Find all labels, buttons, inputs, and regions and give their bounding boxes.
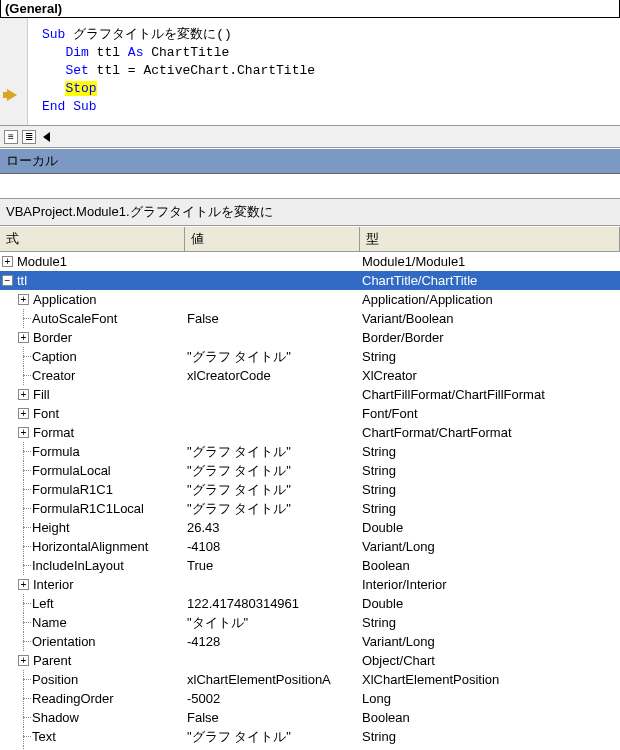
locals-panel-title-text: ローカル: [6, 153, 58, 168]
property-type: String: [360, 480, 620, 499]
property-type: Double: [360, 594, 620, 613]
expand-icon[interactable]: +: [18, 294, 29, 305]
tree-branch-icon: [16, 518, 32, 537]
property-type: ChartFillFormat/ChartFillFormat: [360, 385, 620, 404]
table-row[interactable]: Orientation-4128Variant/Long: [0, 632, 620, 651]
tree-indent: [0, 689, 16, 708]
tree-cell: HorizontalAlignment: [0, 537, 185, 556]
table-row[interactable]: CreatorxlCreatorCodeXlCreator: [0, 366, 620, 385]
tree-cell: Orientation: [0, 632, 185, 651]
property-value: "グラフ タイトル": [185, 480, 360, 499]
table-row[interactable]: +Module1Module1/Module1: [0, 252, 620, 271]
table-row[interactable]: −ttlChartTitle/ChartTitle: [0, 271, 620, 290]
tree-indent: [0, 746, 16, 750]
property-name: Orientation: [32, 632, 96, 651]
tree-cell: ReadingOrder: [0, 689, 185, 708]
table-row[interactable]: +InteriorInterior/Interior: [0, 575, 620, 594]
table-row[interactable]: Text"グラフ タイトル"String: [0, 727, 620, 746]
property-name: HorizontalAlignment: [32, 537, 148, 556]
table-row[interactable]: Name"タイトル"String: [0, 613, 620, 632]
property-value: "グラフ タイトル": [185, 442, 360, 461]
property-name: Top: [32, 746, 53, 750]
table-row[interactable]: AutoScaleFontFalseVariant/Boolean: [0, 309, 620, 328]
table-row[interactable]: +FormatChartFormat/ChartFormat: [0, 423, 620, 442]
full-module-view-button[interactable]: ≣: [22, 130, 36, 144]
expand-icon[interactable]: +: [18, 427, 29, 438]
context-bar[interactable]: VBAProject.Module1.グラフタイトルを変数に: [0, 198, 620, 226]
table-row[interactable]: FormulaLocal"グラフ タイトル"String: [0, 461, 620, 480]
table-row[interactable]: PositionxlChartElementPositionAXlChartEl…: [0, 670, 620, 689]
property-type: Border/Border: [360, 328, 620, 347]
tree-cell: −ttl: [0, 271, 185, 290]
tree-indent: [0, 727, 16, 746]
table-row[interactable]: +ApplicationApplication/Application: [0, 290, 620, 309]
code-gutter: [0, 18, 28, 125]
property-type: ChartTitle/ChartTitle: [360, 271, 620, 290]
property-name: IncludeInLayout: [32, 556, 124, 575]
table-row[interactable]: Left122.417480314961Double: [0, 594, 620, 613]
table-row[interactable]: +ParentObject/Chart: [0, 651, 620, 670]
table-row[interactable]: +BorderBorder/Border: [0, 328, 620, 347]
property-name: Fill: [33, 385, 50, 404]
tree-cell: Shadow: [0, 708, 185, 727]
tree-indent: [0, 366, 16, 385]
property-type: String: [360, 613, 620, 632]
property-name: FormulaR1C1Local: [32, 499, 144, 518]
property-type: Module1/Module1: [360, 252, 620, 271]
expand-icon[interactable]: +: [18, 655, 29, 666]
tree-cell: FormulaR1C1: [0, 480, 185, 499]
property-value: "グラフ タイトル": [185, 347, 360, 366]
table-row[interactable]: +FillChartFillFormat/ChartFillFormat: [0, 385, 620, 404]
property-value: -4108: [185, 537, 360, 556]
context-text: VBAProject.Module1.グラフタイトルを変数に: [6, 204, 273, 219]
code-text[interactable]: Sub グラフタイトルを変数に() Dim ttl As ChartTitle …: [28, 18, 620, 125]
property-name: ReadingOrder: [32, 689, 114, 708]
expand-icon[interactable]: +: [2, 256, 13, 267]
tree-cell: +Application: [0, 290, 185, 309]
header-expression[interactable]: 式: [0, 227, 185, 251]
tree-branch-icon: [16, 461, 32, 480]
code-editor[interactable]: Sub グラフタイトルを変数に() Dim ttl As ChartTitle …: [0, 18, 620, 126]
property-type: Interior/Interior: [360, 575, 620, 594]
property-type: Double: [360, 518, 620, 537]
header-value[interactable]: 値: [185, 227, 360, 251]
table-row[interactable]: Top2Double: [0, 746, 620, 750]
property-name: Name: [32, 613, 67, 632]
locals-headers: 式 値 型: [0, 226, 620, 252]
tree-cell: Text: [0, 727, 185, 746]
locals-panel-title: ローカル: [0, 148, 620, 174]
property-value: True: [185, 556, 360, 575]
header-type[interactable]: 型: [360, 227, 620, 251]
table-row[interactable]: IncludeInLayoutTrueBoolean: [0, 556, 620, 575]
table-row[interactable]: FormulaR1C1"グラフ タイトル"String: [0, 480, 620, 499]
property-name: Left: [32, 594, 54, 613]
table-row[interactable]: Caption"グラフ タイトル"String: [0, 347, 620, 366]
table-row[interactable]: +FontFont/Font: [0, 404, 620, 423]
property-type: Long: [360, 689, 620, 708]
procedure-dropdown[interactable]: (General): [0, 0, 620, 18]
tree-indent: [0, 480, 16, 499]
tree-indent: [0, 309, 16, 328]
property-value: -4128: [185, 632, 360, 651]
expand-icon[interactable]: +: [18, 389, 29, 400]
property-name: Font: [33, 404, 59, 423]
expand-icon[interactable]: +: [18, 579, 29, 590]
expand-icon[interactable]: +: [18, 332, 29, 343]
tree-cell: +Border: [0, 328, 185, 347]
procedure-dropdown-label: (General): [5, 1, 62, 16]
table-row[interactable]: ShadowFalseBoolean: [0, 708, 620, 727]
table-row[interactable]: Formula"グラフ タイトル"String: [0, 442, 620, 461]
tree-branch-icon: [16, 670, 32, 689]
table-row[interactable]: HorizontalAlignment-4108Variant/Long: [0, 537, 620, 556]
collapse-icon[interactable]: −: [2, 275, 13, 286]
tree-cell: +Format: [0, 423, 185, 442]
scroll-left-icon[interactable]: [43, 132, 50, 142]
procedure-view-button[interactable]: ≡: [4, 130, 18, 144]
tree-indent: [0, 347, 16, 366]
table-row[interactable]: FormulaR1C1Local"グラフ タイトル"String: [0, 499, 620, 518]
tree-cell: Top: [0, 746, 185, 750]
tree-indent: [0, 632, 16, 651]
table-row[interactable]: ReadingOrder-5002Long: [0, 689, 620, 708]
expand-icon[interactable]: +: [18, 408, 29, 419]
table-row[interactable]: Height26.43Double: [0, 518, 620, 537]
